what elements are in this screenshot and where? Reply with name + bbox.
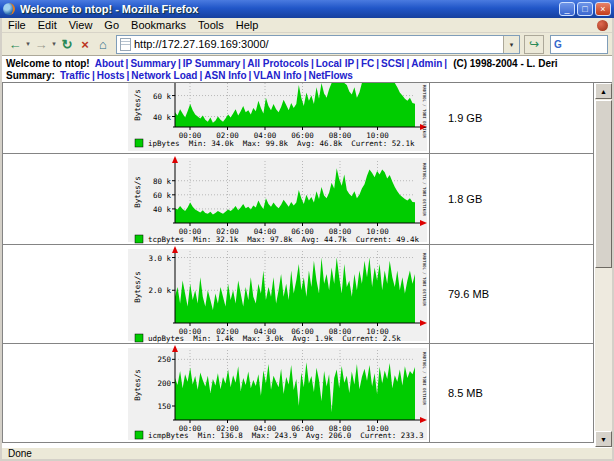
search-box: G bbox=[550, 35, 608, 54]
rrd-graph-udpBytes: 2.0 k3.0 k00:0002:0004:0006:0008:0010:00… bbox=[3, 245, 429, 343]
legend-text: tcpBytes Min: 32.1k Max: 97.8k Avg: 44.7… bbox=[148, 235, 419, 244]
total-ipBytes: 1.9 GB bbox=[429, 83, 593, 153]
separator: | bbox=[354, 58, 361, 69]
total-tcpBytes: 1.8 GB bbox=[429, 154, 593, 244]
rrd-graph-icmpBytes: 15020025000:0002:0004:0006:0008:0010:00B… bbox=[3, 344, 429, 442]
nav-link-ip-summary[interactable]: IP Summary bbox=[183, 58, 241, 69]
rrdtool-signature: RRDTOOL / TOBI OETIKER bbox=[422, 163, 427, 217]
copyright: (C) 1998-2004 - L. Deri bbox=[453, 58, 558, 69]
menu-file[interactable]: File bbox=[2, 19, 32, 31]
y-tick-label: 80 k bbox=[153, 177, 172, 186]
graph-row-udpBytes: 2.0 k3.0 k00:0002:0004:0006:0008:0010:00… bbox=[2, 245, 594, 344]
y-tick-label: 150 bbox=[157, 402, 171, 411]
menu-bookmarks[interactable]: Bookmarks bbox=[125, 19, 192, 31]
header-line-2: Summary:Traffic|Hosts|Network Load|ASN I… bbox=[6, 70, 353, 81]
nav-link-all-protocols[interactable]: All Protocols bbox=[247, 58, 309, 69]
scroll-down-button[interactable]: ▼ bbox=[595, 431, 612, 447]
header-links: About|Summary|IP Summary|All Protocols|L… bbox=[95, 58, 449, 69]
forward-button[interactable]: → bbox=[32, 37, 50, 52]
url-dropdown-icon[interactable]: ▾ bbox=[503, 36, 519, 53]
go-button[interactable]: ↪ bbox=[524, 35, 544, 54]
separator: | bbox=[442, 58, 449, 69]
home-button[interactable]: ⌂ bbox=[94, 37, 112, 52]
graph-row-icmpBytes: 15020025000:0002:0004:0006:0008:0010:00B… bbox=[2, 344, 594, 443]
firefox-icon bbox=[3, 3, 15, 15]
legend-swatch-icon bbox=[135, 334, 143, 342]
y-tick-label: 2.0 k bbox=[148, 286, 171, 295]
throbber-icon bbox=[597, 20, 608, 31]
legend-swatch-icon bbox=[135, 235, 143, 243]
search-engine-icon: G bbox=[551, 39, 565, 50]
nav-link-network-load[interactable]: Network Load bbox=[131, 70, 197, 81]
y-axis-label: Bytes/s bbox=[133, 176, 142, 208]
legend-text: icmpBytes Min: 136.8 Max: 243.9 Avg: 206… bbox=[148, 431, 423, 440]
navigation-toolbar: ← ▾ → ▾ ↻ × ⌂ ▾ ↪ G bbox=[2, 33, 612, 56]
nav-link-fc[interactable]: FC bbox=[361, 58, 374, 69]
y-tick-label: 40 k bbox=[153, 113, 172, 122]
legend-text: ipBytes Min: 34.0k Max: 99.8k Avg: 46.8k… bbox=[148, 139, 415, 148]
url-bar: ▾ bbox=[116, 35, 520, 54]
rrdtool-signature: RRDTOOL / TOBI OETIKER bbox=[422, 352, 427, 406]
legend-text: udpBytes Min: 1.4k Max: 3.0k Avg: 1.9k C… bbox=[148, 334, 401, 343]
window-title: Welcome to ntop! - Mozilla Firefox bbox=[20, 3, 559, 15]
summary-links: Traffic|Hosts|Network Load|ASN Info|VLAN… bbox=[60, 70, 353, 81]
menu-go[interactable]: Go bbox=[98, 19, 125, 31]
total-icmpBytes: 8.5 MB bbox=[429, 344, 593, 442]
rrd-graph-ipBytes: 40 k60 k00:0002:0004:0006:0008:0010:00By… bbox=[3, 83, 429, 153]
y-tick-label: 250 bbox=[157, 355, 171, 364]
total-udpBytes: 79.6 MB bbox=[429, 245, 593, 343]
nav-link-netflows[interactable]: NetFlows bbox=[308, 70, 352, 81]
nav-link-vlan-info[interactable]: VLAN Info bbox=[253, 70, 301, 81]
header-frame: Welcome to ntop!About|Summary|IP Summary… bbox=[2, 56, 612, 83]
y-axis-label: Bytes/s bbox=[133, 369, 142, 401]
menu-tools[interactable]: Tools bbox=[192, 19, 230, 31]
nav-link-local-ip[interactable]: Local IP bbox=[316, 58, 354, 69]
title-bar: Welcome to ntop! - Mozilla Firefox _ □ × bbox=[0, 0, 614, 18]
menu-bar: FileEditViewGoBookmarksToolsHelp bbox=[2, 18, 612, 33]
rrd-graph-tcpBytes: 40 k60 k80 k00:0002:0004:0006:0008:0010:… bbox=[3, 154, 429, 244]
y-tick-label: 40 k bbox=[153, 205, 172, 214]
close-button[interactable]: × bbox=[595, 2, 611, 16]
menu-view[interactable]: View bbox=[63, 19, 99, 31]
graph-table: 40 k60 k00:0002:0004:0006:0008:0010:00By… bbox=[2, 83, 595, 447]
nav-link-summary[interactable]: Summary bbox=[130, 58, 176, 69]
forward-dropdown-icon[interactable]: ▾ bbox=[50, 40, 58, 48]
y-tick-label: 200 bbox=[157, 379, 171, 388]
minimize-button[interactable]: _ bbox=[559, 2, 575, 16]
url-input[interactable] bbox=[134, 37, 503, 52]
header-line-1: Welcome to ntop!About|Summary|IP Summary… bbox=[6, 58, 558, 69]
legend-swatch-icon bbox=[135, 139, 143, 147]
scroll-up-button[interactable]: ▲ bbox=[595, 83, 612, 99]
vertical-scrollbar[interactable]: ▲ ▼ bbox=[595, 83, 612, 447]
scroll-thumb[interactable] bbox=[595, 100, 612, 268]
legend-swatch-icon bbox=[135, 431, 143, 439]
nav-link-admin[interactable]: Admin bbox=[411, 58, 442, 69]
maximize-button[interactable]: □ bbox=[577, 2, 593, 16]
search-input[interactable] bbox=[565, 37, 595, 51]
rrdtool-signature: RRDTOOL / TOBI OETIKER bbox=[422, 85, 427, 139]
y-axis-label: Bytes/s bbox=[133, 271, 142, 303]
y-tick-label: 60 k bbox=[153, 92, 172, 101]
stop-button[interactable]: × bbox=[76, 37, 94, 52]
menu-edit[interactable]: Edit bbox=[32, 19, 63, 31]
graph-row-ipBytes: 40 k60 k00:0002:0004:0006:0008:0010:00By… bbox=[2, 83, 594, 154]
back-dropdown-icon[interactable]: ▾ bbox=[24, 40, 32, 48]
status-bar: Done bbox=[2, 447, 612, 459]
separator: | bbox=[176, 58, 183, 69]
separator: | bbox=[309, 58, 316, 69]
nav-link-about[interactable]: About bbox=[95, 58, 124, 69]
reload-button[interactable]: ↻ bbox=[58, 37, 76, 52]
nav-link-hosts[interactable]: Hosts bbox=[97, 70, 125, 81]
menu-help[interactable]: Help bbox=[230, 19, 265, 31]
y-tick-label: 60 k bbox=[153, 191, 172, 200]
page-title: Welcome to ntop! bbox=[6, 58, 90, 69]
y-axis-label: Bytes/s bbox=[133, 89, 142, 121]
y-tick-label: 3.0 k bbox=[148, 254, 171, 263]
nav-link-asn-info[interactable]: ASN Info bbox=[204, 70, 246, 81]
nav-link-traffic[interactable]: Traffic bbox=[60, 70, 90, 81]
nav-link-scsi[interactable]: SCSI bbox=[381, 58, 404, 69]
browser-window: Welcome to ntop! - Mozilla Firefox _ □ ×… bbox=[0, 0, 614, 461]
back-button[interactable]: ← bbox=[6, 37, 24, 52]
separator: | bbox=[90, 70, 97, 81]
summary-label: Summary: bbox=[6, 70, 55, 81]
